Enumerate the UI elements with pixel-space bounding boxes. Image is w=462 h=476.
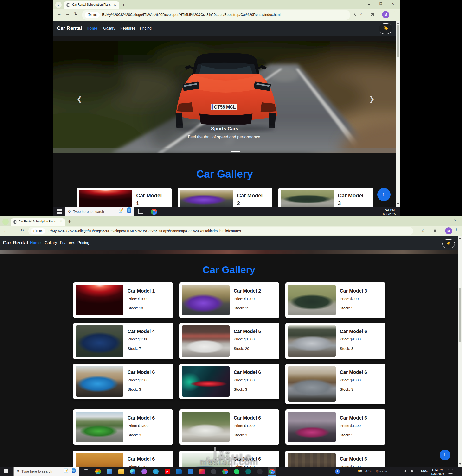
svg-text:GT58 MCL: GT58 MCL [214,104,235,110]
